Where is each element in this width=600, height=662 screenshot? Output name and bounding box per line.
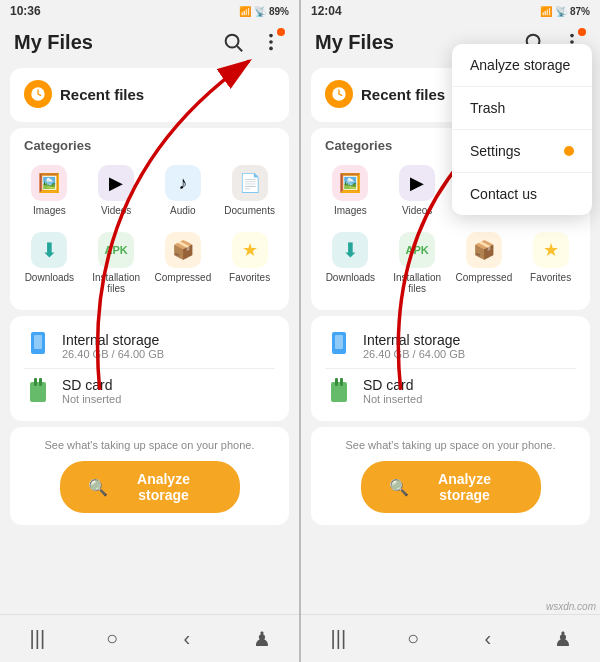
cat-videos-left[interactable]: ▶ Videos: [85, 159, 148, 222]
cat-audio-label-left: Audio: [170, 205, 196, 216]
content-left: Recent files Categories 🖼️ Images ▶ Vide…: [0, 62, 299, 614]
cat-apk-left[interactable]: APK Installation files: [85, 226, 148, 300]
left-phone-panel: 10:36 📶 📡 89% My Files: [0, 0, 300, 662]
svg-rect-7: [34, 335, 42, 349]
analyze-button-right[interactable]: 🔍 Analyze storage: [361, 461, 541, 513]
analyze-area-right: See what's taking up space on your phone…: [311, 427, 590, 525]
sd-card-right[interactable]: SD card Not inserted: [325, 371, 576, 411]
cat-images-icon-left: 🖼️: [31, 165, 67, 201]
nav-recents-right[interactable]: ♟: [543, 619, 583, 659]
dropdown-trash-label: Trash: [470, 100, 505, 116]
svg-point-2: [269, 34, 273, 38]
storage-divider-right: [325, 368, 576, 369]
wifi-icon-right: 📡: [555, 6, 567, 17]
cat-images-right[interactable]: 🖼️ Images: [319, 159, 382, 222]
dropdown-analyze-label: Analyze storage: [470, 57, 570, 73]
sd-card-icon-left: [24, 377, 52, 405]
page-title-left: My Files: [14, 31, 93, 54]
cat-apk-icon-right: APK: [399, 232, 435, 268]
categories-grid-left: 🖼️ Images ▶ Videos ♪ Audio 📄 Documents ⬇: [18, 159, 281, 300]
nav-back-left[interactable]: ‹: [167, 619, 207, 659]
analyze-area-left: See what's taking up space on your phone…: [10, 427, 289, 525]
svg-rect-21: [335, 378, 338, 386]
analyze-btn-label-right: Analyze storage: [417, 471, 513, 503]
sd-card-sub-right: Not inserted: [363, 393, 422, 405]
nav-recents-left[interactable]: ♟: [242, 619, 282, 659]
cat-compressed-label-right: Compressed: [456, 272, 513, 283]
dropdown-settings[interactable]: Settings: [452, 130, 592, 173]
internal-storage-icon-left: [24, 332, 52, 360]
time-right: 12:04: [311, 4, 342, 18]
page-title-right: My Files: [315, 31, 394, 54]
svg-rect-8: [30, 382, 46, 402]
time-left: 10:36: [10, 4, 41, 18]
analyze-button-left[interactable]: 🔍 Analyze storage: [60, 461, 240, 513]
svg-point-4: [269, 47, 273, 51]
storage-section-right: Internal storage 26.40 GB / 64.00 GB SD …: [311, 316, 590, 421]
analyze-btn-icon-left: 🔍: [88, 478, 108, 497]
nav-menu-right[interactable]: |||: [318, 619, 358, 659]
sd-card-name-right: SD card: [363, 377, 422, 393]
cat-compressed-left[interactable]: 📦 Compressed: [152, 226, 215, 300]
bottom-nav-left: ||| ○ ‹ ♟: [0, 614, 299, 662]
storage-section-left: Internal storage 26.40 GB / 64.00 GB SD …: [10, 316, 289, 421]
cat-downloads-left[interactable]: ⬇ Downloads: [18, 226, 81, 300]
status-bar-right: 12:04 📶 📡 87%: [301, 0, 600, 22]
cat-audio-left[interactable]: ♪ Audio: [152, 159, 215, 222]
analyze-hint-right: See what's taking up space on your phone…: [345, 439, 555, 451]
dropdown-contact-us[interactable]: Contact us: [452, 173, 592, 215]
nav-back-right[interactable]: ‹: [468, 619, 508, 659]
dropdown-analyze-storage[interactable]: Analyze storage: [452, 44, 592, 87]
cat-favorites-right[interactable]: ★ Favorites: [519, 226, 582, 300]
cat-videos-label-left: Videos: [101, 205, 131, 216]
internal-storage-left[interactable]: Internal storage 26.40 GB / 64.00 GB: [24, 326, 275, 366]
svg-rect-9: [34, 378, 37, 386]
internal-storage-right[interactable]: Internal storage 26.40 GB / 64.00 GB: [325, 326, 576, 366]
watermark: wsxdn.com: [546, 601, 596, 612]
cat-images-icon-right: 🖼️: [332, 165, 368, 201]
cat-downloads-label-left: Downloads: [25, 272, 74, 283]
bottom-nav-right: ||| ○ ‹ ♟: [301, 614, 600, 662]
svg-rect-22: [340, 378, 343, 386]
search-button-left[interactable]: [219, 28, 247, 56]
internal-storage-info-right: Internal storage 26.40 GB / 64.00 GB: [363, 332, 465, 360]
cat-downloads-right[interactable]: ⬇ Downloads: [319, 226, 382, 300]
status-icons-right: 📶 📡 87%: [540, 6, 590, 17]
cat-compressed-label-left: Compressed: [155, 272, 212, 283]
analyze-hint-left: See what's taking up space on your phone…: [44, 439, 254, 451]
more-options-button-left[interactable]: [257, 28, 285, 56]
sd-card-left[interactable]: SD card Not inserted: [24, 371, 275, 411]
nav-menu-left[interactable]: |||: [17, 619, 57, 659]
cat-videos-right[interactable]: ▶ Videos: [386, 159, 449, 222]
sd-card-sub-left: Not inserted: [62, 393, 121, 405]
cat-videos-label-right: Videos: [402, 205, 432, 216]
nav-home-left[interactable]: ○: [92, 619, 132, 659]
internal-storage-info-left: Internal storage 26.40 GB / 64.00 GB: [62, 332, 164, 360]
recent-label-right: Recent files: [361, 86, 445, 103]
cat-compressed-icon-left: 📦: [165, 232, 201, 268]
cat-downloads-icon-left: ⬇: [31, 232, 67, 268]
cat-images-label-left: Images: [33, 205, 66, 216]
analyze-btn-icon-right: 🔍: [389, 478, 409, 497]
storage-divider-left: [24, 368, 275, 369]
internal-storage-icon-right: [325, 332, 353, 360]
signal-icon-left: 📶: [239, 6, 251, 17]
cat-favorites-icon-right: ★: [533, 232, 569, 268]
notification-dot-right: [578, 28, 586, 36]
cat-audio-icon-left: ♪: [165, 165, 201, 201]
svg-point-0: [226, 35, 239, 48]
sd-card-icon-right: [325, 377, 353, 405]
nav-home-right[interactable]: ○: [393, 619, 433, 659]
cat-images-left[interactable]: 🖼️ Images: [18, 159, 81, 222]
recent-label-left: Recent files: [60, 86, 144, 103]
cat-apk-right[interactable]: APK Installation files: [386, 226, 449, 300]
cat-images-label-right: Images: [334, 205, 367, 216]
cat-compressed-right[interactable]: 📦 Compressed: [453, 226, 516, 300]
cat-favorites-left[interactable]: ★ Favorites: [218, 226, 281, 300]
analyze-btn-label-left: Analyze storage: [116, 471, 212, 503]
cat-downloads-label-right: Downloads: [326, 272, 375, 283]
dropdown-trash[interactable]: Trash: [452, 87, 592, 130]
cat-documents-label-left: Documents: [224, 205, 275, 216]
signal-icon-right: 📶: [540, 6, 552, 17]
cat-documents-left[interactable]: 📄 Documents: [218, 159, 281, 222]
